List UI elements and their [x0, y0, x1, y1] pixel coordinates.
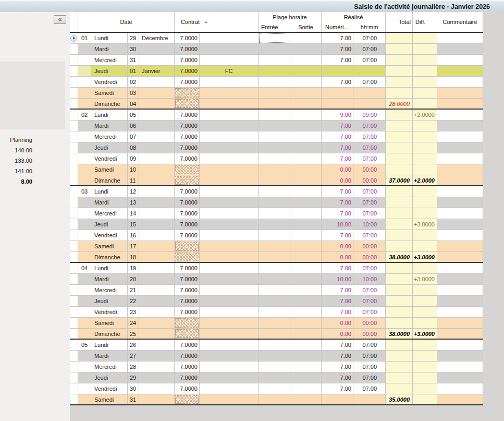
- cell-realise-hhmm[interactable]: 07:00: [353, 263, 386, 273]
- cell-entree-input[interactable]: [259, 219, 290, 230]
- cell-entree-input[interactable]: [259, 33, 290, 43]
- cell-entree-input[interactable]: [259, 263, 290, 273]
- cell-realise-hhmm[interactable]: 10:00: [353, 274, 386, 284]
- cell-realise-hhmm[interactable]: 09:00: [353, 110, 386, 120]
- cell-entree-input[interactable]: [259, 318, 290, 328]
- cell-commentaire[interactable]: [437, 318, 483, 328]
- cell-realise-numerique[interactable]: 7.00: [322, 296, 353, 306]
- cell-entree-input[interactable]: [259, 285, 290, 295]
- collapse-sidebar-button[interactable]: «: [54, 15, 66, 24]
- row-selector[interactable]: [70, 55, 78, 65]
- cell-sortie-input[interactable]: [290, 383, 322, 394]
- cell-entree-input[interactable]: [259, 164, 290, 175]
- row-selector[interactable]: [70, 219, 78, 230]
- cell-realise-numerique[interactable]: [322, 394, 353, 404]
- row-selector[interactable]: [70, 318, 78, 328]
- row-selector[interactable]: [70, 296, 78, 306]
- cell-sortie-input[interactable]: [290, 33, 322, 43]
- cell-realise-numerique[interactable]: 7.00: [322, 44, 353, 54]
- cell-realise-hhmm[interactable]: 07:00: [353, 383, 386, 394]
- cell-commentaire[interactable]: [437, 296, 483, 306]
- cell-realise-hhmm[interactable]: 07:00: [353, 208, 386, 219]
- cell-commentaire[interactable]: [437, 110, 483, 120]
- cell-sortie-input[interactable]: [290, 55, 322, 65]
- cell-commentaire[interactable]: [437, 241, 483, 251]
- cell-realise-numerique[interactable]: 0.00: [322, 164, 353, 175]
- cell-realise-hhmm[interactable]: 07:00: [353, 296, 386, 306]
- cell-realise-hhmm[interactable]: 00:00: [353, 329, 386, 339]
- cell-realise-numerique[interactable]: 7.00: [322, 131, 353, 142]
- cell-entree-input[interactable]: [259, 394, 290, 404]
- cell-entree-input[interactable]: [259, 88, 290, 98]
- cell-realise-hhmm[interactable]: 00:00: [353, 318, 386, 328]
- row-selector[interactable]: [70, 263, 78, 273]
- row-selector[interactable]: [70, 362, 78, 372]
- cell-commentaire[interactable]: [437, 175, 483, 185]
- cell-realise-hhmm[interactable]: 07:00: [353, 121, 386, 131]
- cell-realise-numerique[interactable]: 0.00: [322, 329, 353, 339]
- cell-sortie-input[interactable]: [290, 372, 322, 383]
- cell-realise-hhmm[interactable]: 00:00: [353, 252, 386, 262]
- cell-realise-hhmm[interactable]: 07:00: [353, 153, 386, 164]
- row-selector[interactable]: [70, 186, 78, 197]
- cell-sortie-input[interactable]: [290, 197, 322, 208]
- cell-sortie-input[interactable]: [290, 362, 322, 372]
- cell-entree-input[interactable]: [259, 230, 290, 240]
- row-selector[interactable]: [70, 66, 78, 76]
- cell-commentaire[interactable]: [437, 164, 483, 175]
- cell-commentaire[interactable]: [437, 131, 483, 142]
- cell-realise-hhmm[interactable]: 07:00: [353, 362, 386, 372]
- row-selector[interactable]: [70, 230, 78, 240]
- cell-realise-numerique[interactable]: [322, 66, 353, 76]
- row-selector[interactable]: [70, 99, 78, 109]
- row-selector[interactable]: [70, 110, 78, 120]
- cell-sortie-input[interactable]: [290, 274, 322, 284]
- cell-commentaire[interactable]: [437, 329, 483, 339]
- cell-realise-numerique[interactable]: 7.00: [322, 33, 353, 43]
- cell-entree-input[interactable]: [259, 296, 290, 306]
- cell-realise-numerique[interactable]: 0.00: [322, 318, 353, 328]
- cell-realise-numerique[interactable]: 7.00: [322, 153, 353, 164]
- cell-realise-hhmm[interactable]: 07:00: [353, 307, 386, 317]
- cell-sortie-input[interactable]: [290, 329, 322, 339]
- cell-realise-hhmm[interactable]: 07:00: [353, 372, 386, 383]
- cell-commentaire[interactable]: [437, 340, 483, 350]
- row-selector[interactable]: [70, 175, 78, 185]
- cell-realise-hhmm[interactable]: 07:00: [353, 55, 386, 65]
- cell-realise-numerique[interactable]: 7.00: [322, 263, 353, 273]
- cell-entree-input[interactable]: [259, 142, 290, 153]
- cell-commentaire[interactable]: [437, 285, 483, 295]
- cell-sortie-input[interactable]: [290, 219, 322, 230]
- cell-entree-input[interactable]: [259, 77, 290, 87]
- cell-realise-hhmm[interactable]: 10:00: [353, 219, 386, 230]
- cell-sortie-input[interactable]: [290, 110, 322, 120]
- cell-realise-hhmm[interactable]: 07:00: [353, 33, 386, 43]
- cell-entree-input[interactable]: [259, 66, 290, 76]
- row-selector[interactable]: [70, 383, 78, 394]
- cell-realise-numerique[interactable]: 7.00: [322, 307, 353, 317]
- cell-entree-input[interactable]: [259, 175, 290, 185]
- cell-realise-numerique[interactable]: 7.00: [322, 351, 353, 361]
- cell-commentaire[interactable]: [437, 351, 483, 361]
- row-selector[interactable]: [70, 394, 78, 404]
- cell-commentaire[interactable]: [437, 121, 483, 131]
- expand-columns-button[interactable]: +: [204, 19, 207, 25]
- cell-realise-numerique[interactable]: 0.00: [322, 252, 353, 262]
- cell-realise-hhmm[interactable]: [353, 66, 386, 76]
- cell-entree-input[interactable]: [259, 383, 290, 394]
- cell-realise-hhmm[interactable]: [353, 394, 386, 404]
- cell-realise-numerique[interactable]: 7.00: [322, 55, 353, 65]
- cell-sortie-input[interactable]: [290, 142, 322, 153]
- cell-commentaire[interactable]: [437, 219, 483, 230]
- cell-entree-input[interactable]: [259, 153, 290, 164]
- cell-commentaire[interactable]: [437, 88, 483, 98]
- cell-entree-input[interactable]: [259, 329, 290, 339]
- cell-commentaire[interactable]: [437, 230, 483, 240]
- row-selector[interactable]: [70, 274, 78, 284]
- cell-realise-numerique[interactable]: 7.00: [322, 186, 353, 197]
- cell-realise-numerique[interactable]: 7.00: [322, 208, 353, 219]
- cell-realise-numerique[interactable]: 10.00: [322, 274, 353, 284]
- cell-realise-hhmm[interactable]: [353, 99, 386, 109]
- cell-entree-input[interactable]: [259, 307, 290, 317]
- cell-realise-numerique[interactable]: 10.00: [322, 219, 353, 230]
